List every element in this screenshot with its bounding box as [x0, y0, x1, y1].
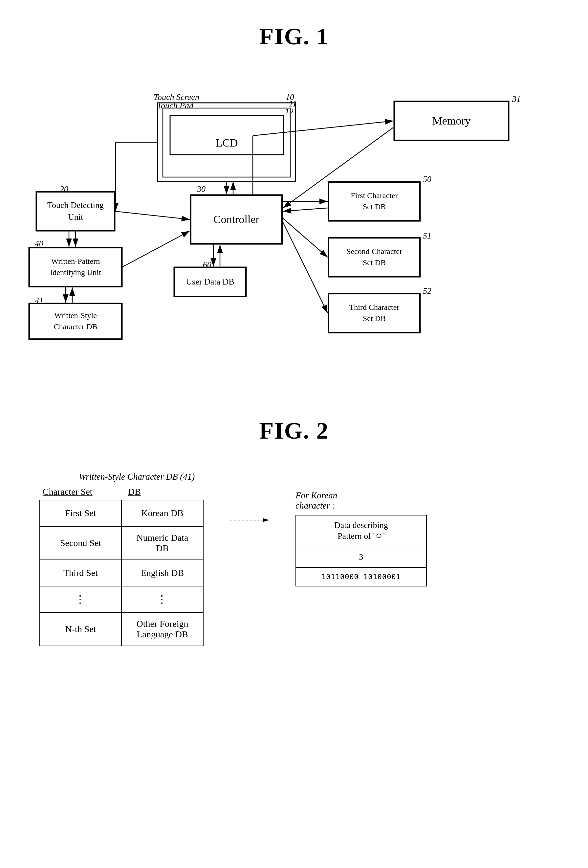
col-header-db: DB — [112, 487, 184, 500]
korean-data-section: For Koreancharacter : Data describingPat… — [295, 490, 427, 586]
touch-pad-label: Touch Pad — [157, 101, 193, 111]
ref-12: 12 — [285, 107, 293, 117]
ref-50: 50 — [423, 174, 432, 184]
table-row: Third Set English DB — [40, 560, 203, 586]
lcd-label: LCD — [170, 123, 283, 162]
fig2-section: FIG. 2 Written-Style Character DB (41) C… — [0, 394, 588, 653]
row2-db: Numeric DataDB — [121, 526, 203, 560]
fig2-inner: Written-Style Character DB (41) Characte… — [20, 471, 568, 646]
ref-52: 52 — [423, 286, 432, 296]
fig2-title: FIG. 2 — [0, 407, 588, 464]
table-row: ⋮ ⋮ — [40, 586, 203, 613]
written-pattern-box: Written-PatternIdentifying Unit — [29, 247, 122, 287]
svg-line-17 — [115, 211, 190, 220]
svg-line-23 — [283, 208, 328, 211]
touch-detecting-box: Touch DetectingUnit — [36, 192, 115, 231]
svg-line-24 — [282, 218, 328, 257]
korean-row2: 3 — [296, 547, 426, 568]
user-data-box: User Data DB — [174, 267, 246, 297]
fig1-diagram: Touch Screen Touch Pad LCD 10 11 12 31 2… — [0, 70, 588, 415]
first-char-box: First CharacterSet DB — [328, 182, 420, 221]
second-char-box: Second CharacterSet DB — [328, 238, 420, 277]
page: FIG. 1 — [0, 0, 588, 868]
row4-charset: ⋮ — [40, 586, 121, 613]
row5-charset: N-th Set — [40, 613, 121, 646]
col-header-charset: Character Set — [40, 487, 112, 500]
written-style-db-label: Written-Style Character DB (41) — [79, 471, 195, 483]
fig1-title: FIG. 1 — [0, 13, 588, 70]
korean-label: For Koreancharacter : — [295, 490, 427, 511]
svg-line-32 — [122, 231, 190, 267]
svg-line-25 — [282, 221, 328, 313]
table-row: Second Set Numeric DataDB — [40, 526, 203, 560]
fig1-section: FIG. 1 — [0, 0, 588, 394]
row1-charset: First Set — [40, 500, 121, 526]
fig2-container: Written-Style Character DB (41) Characte… — [0, 464, 588, 653]
table-row: First Set Korean DB — [40, 500, 203, 526]
row2-charset: Second Set — [40, 526, 121, 560]
row1-db: Korean DB — [121, 500, 203, 526]
svg-marker-34 — [263, 518, 269, 522]
char-table-section: Written-Style Character DB (41) Characte… — [40, 471, 203, 646]
row4-db: ⋮ — [121, 586, 203, 613]
table-row: N-th Set Other ForeignLanguage DB — [40, 613, 203, 646]
row3-db: English DB — [121, 560, 203, 586]
ref-51: 51 — [423, 231, 432, 241]
row5-db: Other ForeignLanguage DB — [121, 613, 203, 646]
third-char-box: Third CharacterSet DB — [328, 294, 420, 333]
korean-row1: Data describingPattern of 'ㅇ' — [296, 515, 426, 547]
dashed-arrow — [230, 510, 269, 530]
written-style-char-box: Written-StyleCharacter DB — [29, 303, 122, 340]
char-table: First Set Korean DB Second Set Numeric D… — [40, 500, 203, 646]
ref-30: 30 — [197, 184, 206, 194]
memory-box: Memory — [394, 101, 509, 140]
controller-box: Controller — [190, 195, 282, 244]
korean-row3: 10110000 10100001 — [296, 568, 426, 586]
korean-box: Data describingPattern of 'ㅇ' 3 10110000… — [295, 515, 427, 586]
row3-charset: Third Set — [40, 560, 121, 586]
ref-31: 31 — [512, 94, 521, 104]
